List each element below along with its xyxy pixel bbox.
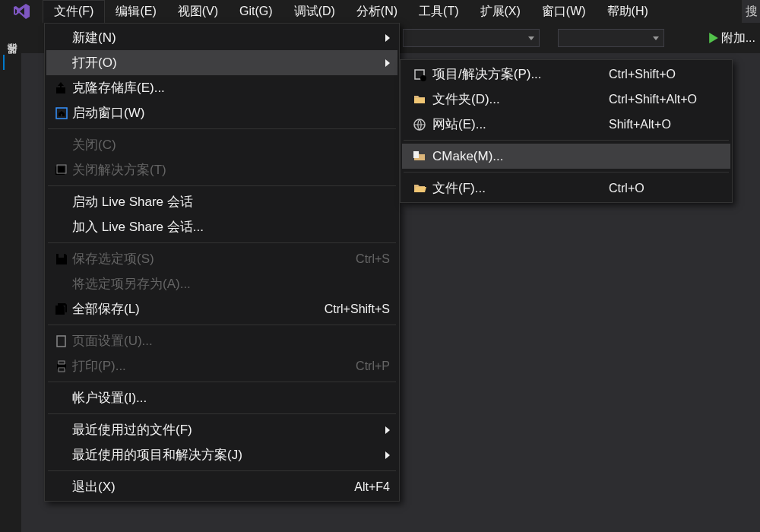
file-menu-item-6: 关闭解决方案(T) [46, 157, 397, 182]
menu-item-label: 加入 Live Share 会话... [72, 218, 390, 236]
menu-item-shortcut: Ctrl+Shift+Alt+O [609, 93, 723, 106]
file-menu-item-3[interactable]: 启动窗口(W) [46, 100, 397, 125]
file-menu-item-20[interactable]: 最近使用过的文件(F) [46, 417, 397, 442]
menu-item-label: 网站(E)... [432, 116, 609, 133]
submenu-arrow-icon [381, 451, 390, 459]
home-icon [51, 106, 72, 120]
menubar: 文件(F) 编辑(E) 视图(V) Git(G) 调试(D) 分析(N) 工具(… [0, 0, 760, 23]
file-menu-separator [48, 185, 396, 186]
menu-item-label: 最近使用过的文件(F) [72, 421, 381, 439]
menu-item-label: 最近使用的项目和解决方案(J) [72, 446, 381, 464]
attach-label: 附加... [721, 30, 755, 46]
open-submenu-item-2[interactable]: 网站(E)...Shift+Alt+O [402, 112, 730, 137]
menu-item-label: 将选定项另存为(A)... [72, 275, 390, 293]
menu-item-label: 启动窗口(W) [72, 104, 390, 122]
file-menu-item-12: 将选定项另存为(A)... [46, 271, 397, 296]
menu-help[interactable]: 帮助(H) [597, 0, 659, 23]
submenu-arrow-icon [381, 59, 390, 67]
menu-item-label: 新建(N) [72, 29, 381, 46]
menu-window[interactable]: 窗口(W) [531, 0, 597, 23]
file-menu-dropdown: 新建(N)打开(O)克隆存储库(E)...启动窗口(W)关闭(C)关闭解决方案(… [44, 23, 400, 502]
menu-item-label: CMake(M)... [432, 149, 723, 164]
file-menu-item-8[interactable]: 启动 Live Share 会话 [46, 189, 397, 214]
file-menu-item-2[interactable]: 克隆存储库(E)... [46, 75, 397, 100]
vs-logo [0, 0, 43, 23]
menu-item-label: 克隆存储库(E)... [72, 79, 390, 97]
file-menu-item-23[interactable]: 退出(X)Alt+F4 [46, 474, 397, 499]
cmake-icon [407, 150, 432, 163]
toolbar-dropdown-target[interactable] [558, 29, 664, 47]
project-icon [407, 68, 432, 81]
file-menu-separator [48, 470, 396, 471]
menu-item-label: 退出(X) [72, 478, 354, 496]
folder-icon [407, 93, 432, 106]
file-menu-item-15: 页面设置(U)... [46, 328, 397, 353]
file-menu-item-13[interactable]: 全部保存(L)Ctrl+Shift+S [46, 296, 397, 321]
open-submenu-item-1[interactable]: 文件夹(D)...Ctrl+Shift+Alt+O [402, 87, 730, 112]
file-menu-separator [48, 382, 396, 382]
menu-item-label: 文件(F)... [432, 179, 609, 197]
web-icon [407, 118, 432, 131]
file-menu-item-11: 保存选定项(S)Ctrl+S [46, 246, 397, 271]
search-input-stub[interactable]: 搜 [742, 0, 760, 23]
open-submenu-separator [404, 140, 729, 141]
file-menu-item-21[interactable]: 最近使用的项目和解决方案(J) [46, 442, 397, 467]
submenu-arrow-icon [381, 426, 390, 434]
menu-item-label: 保存选定项(S) [72, 250, 356, 268]
page-icon [51, 334, 72, 348]
menu-item-label: 关闭解决方案(T) [72, 161, 390, 179]
menu-item-label: 打印(P)... [72, 357, 356, 375]
open-submenu-item-4[interactable]: CMake(M)... [402, 144, 730, 169]
open-submenu-item-0[interactable]: 项目/解决方案(P)...Ctrl+Shift+O [402, 62, 730, 87]
toolbar-dropdown-config[interactable] [403, 29, 540, 47]
menu-item-label: 帐户设置(I)... [72, 389, 390, 407]
menu-item-label: 启动 Live Share 会话 [72, 193, 390, 211]
file-open-icon [407, 182, 432, 195]
menu-analyze[interactable]: 分析(N) [346, 0, 408, 23]
file-menu-item-1[interactable]: 打开(O) [46, 50, 397, 75]
save-all-icon [51, 302, 72, 316]
menu-item-label: 项目/解决方案(P)... [432, 65, 609, 83]
menu-item-shortcut: Alt+F4 [354, 480, 390, 494]
menu-item-label: 全部保存(L) [72, 300, 325, 318]
menu-item-label: 关闭(C) [72, 136, 390, 154]
file-menu-separator [48, 413, 396, 414]
menu-item-shortcut: Ctrl+P [356, 359, 390, 373]
menu-item-shortcut: Ctrl+O [609, 182, 723, 195]
file-menu-separator [48, 242, 396, 243]
file-menu-item-16: 打印(P)...Ctrl+P [46, 353, 397, 378]
file-menu-item-0[interactable]: 新建(N) [46, 25, 397, 50]
menu-file[interactable]: 文件(F) [43, 0, 105, 23]
menu-git[interactable]: Git(G) [229, 0, 283, 23]
menu-extensions[interactable]: 扩展(X) [470, 0, 531, 23]
submenu-arrow-icon [381, 34, 390, 42]
menu-item-label: 打开(O) [72, 54, 381, 71]
menu-debug[interactable]: 调试(D) [283, 0, 346, 23]
clone-icon [51, 81, 72, 95]
file-menu-item-18[interactable]: 帐户设置(I)... [46, 385, 397, 410]
menu-tools[interactable]: 工具(T) [408, 0, 469, 23]
menu-edit[interactable]: 编辑(E) [105, 0, 166, 23]
menu-view[interactable]: 视图(V) [167, 0, 229, 23]
server-explorer-tab[interactable]: 服务器 [3, 55, 18, 70]
save-icon [51, 252, 72, 266]
open-submenu-separator [404, 172, 729, 173]
file-menu-separator [48, 128, 396, 129]
close-sln-icon [51, 163, 72, 177]
play-icon [709, 33, 718, 43]
menu-item-shortcut: Ctrl+S [356, 252, 390, 266]
open-submenu: 项目/解决方案(P)...Ctrl+Shift+O文件夹(D)...Ctrl+S… [400, 59, 733, 203]
menu-item-label: 页面设置(U)... [72, 332, 390, 350]
left-rail: 服务器 [0, 55, 21, 70]
menu-item-shortcut: Ctrl+Shift+S [325, 302, 390, 316]
attach-button[interactable]: 附加... [709, 30, 755, 46]
file-menu-item-9[interactable]: 加入 Live Share 会话... [46, 214, 397, 239]
file-menu-item-5: 关闭(C) [46, 132, 397, 157]
menu-item-label: 文件夹(D)... [432, 90, 609, 108]
file-menu-separator [48, 325, 396, 325]
open-submenu-item-6[interactable]: 文件(F)...Ctrl+O [402, 176, 730, 201]
menu-item-shortcut: Ctrl+Shift+O [609, 68, 723, 81]
print-icon [51, 359, 72, 373]
menu-item-shortcut: Shift+Alt+O [609, 118, 723, 131]
